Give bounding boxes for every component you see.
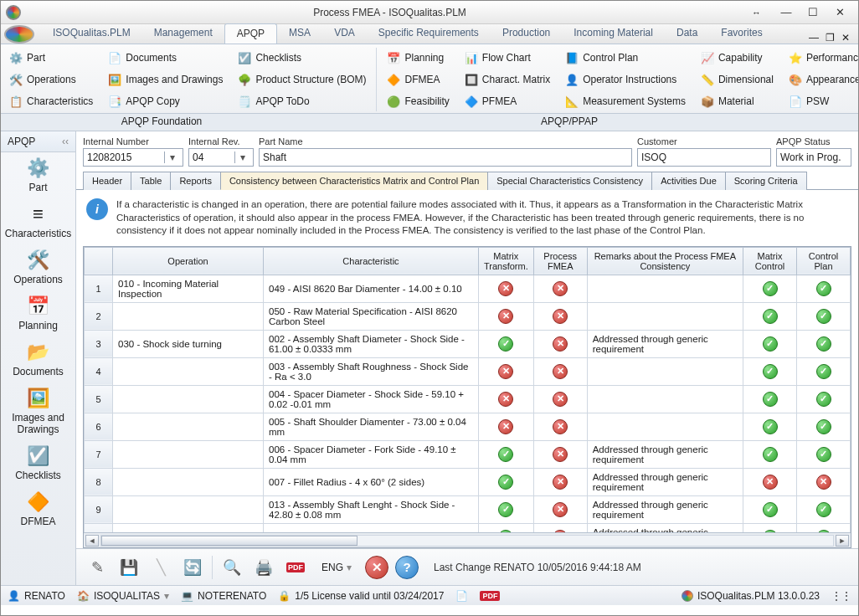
sidebar-item-operations[interactable]: 🛠️Operations: [1, 244, 75, 290]
ribbon-appearance[interactable]: 🎨Appearance: [785, 69, 859, 90]
table-row[interactable]: 3030 - Shock side turning002 - Assembly …: [85, 330, 851, 357]
part-name-input[interactable]: Shaft: [259, 148, 632, 167]
close-action-button[interactable]: ✕: [365, 556, 388, 579]
ribbon-flow-chart[interactable]: 📊Flow Chart: [461, 48, 553, 68]
maximize-button[interactable]: ☐: [800, 4, 826, 21]
table-row[interactable]: 8007 - Fillet Radius - 4 x 60° (2 sides)…: [85, 468, 851, 495]
menu-tab-management[interactable]: Management: [142, 23, 224, 44]
doc-icon[interactable]: 📄: [455, 590, 468, 602]
scroll-track[interactable]: [100, 535, 834, 547]
scroll-left-button[interactable]: ◄: [85, 535, 99, 547]
sidebar-item-dfmea[interactable]: 🔶DFMEA: [1, 486, 75, 532]
menu-tab-vda[interactable]: VDA: [322, 23, 367, 44]
menu-tab-production[interactable]: Production: [491, 23, 562, 44]
horizontal-scrollbar[interactable]: ◄ ►: [84, 532, 851, 547]
col-header[interactable]: [85, 247, 113, 275]
ribbon-psw[interactable]: 📄PSW: [785, 91, 859, 111]
dropdown-arrow-icon[interactable]: ▾: [164, 151, 179, 163]
preview-button[interactable]: 🔍: [219, 555, 244, 580]
dropdown-arrow-icon[interactable]: ▾: [164, 590, 169, 602]
table-row[interactable]: 1010 - Incoming Material Inspection049 -…: [85, 275, 851, 302]
mdi-restore-icon[interactable]: ❐: [826, 32, 835, 44]
customer-input[interactable]: ISOQ: [637, 148, 771, 167]
ribbon-charact-matrix[interactable]: 🔲Charact. Matrix: [461, 69, 553, 90]
refresh-button[interactable]: 🔄: [180, 555, 205, 580]
subtab-header[interactable]: Header: [83, 172, 131, 190]
col-header[interactable]: Characteristic: [264, 247, 479, 275]
ribbon-apqp-todo[interactable]: 🗒️APQP ToDo: [234, 91, 369, 111]
subtab-scoring-criteria[interactable]: Scoring Criteria: [725, 172, 807, 190]
ribbon-characteristics[interactable]: 📋Characteristics: [6, 91, 96, 111]
ribbon-pfmea[interactable]: 🔷PFMEA: [461, 91, 553, 111]
dropdown-arrow-icon[interactable]: ▾: [234, 151, 249, 163]
close-button[interactable]: ✕: [826, 4, 853, 21]
minimize-button[interactable]: —: [773, 4, 800, 21]
ribbon-dimensional[interactable]: 📏Dimensional: [697, 69, 777, 90]
sidebar-item-checklists[interactable]: ☑️Checklists: [1, 440, 75, 486]
menu-tab-specific-requirements[interactable]: Specific Requirements: [367, 23, 491, 44]
ribbon-performance[interactable]: ⭐Performance: [785, 48, 859, 68]
sidebar-item-item[interactable]: [1, 532, 75, 567]
mdi-close-icon[interactable]: ✕: [841, 32, 850, 44]
print-button[interactable]: 🖨️: [251, 555, 276, 580]
col-header[interactable]: Matrix Transform.: [478, 247, 533, 275]
table-row[interactable]: 6005 - Shaft Shoulder Diamenter - 73.00 …: [85, 413, 851, 440]
ribbon-documents[interactable]: 📄Documents: [105, 48, 226, 68]
internal-rev-combo[interactable]: 04 ▾: [188, 148, 254, 167]
brush-button[interactable]: ╲: [148, 555, 173, 580]
sidebar-item-part[interactable]: ⚙️Part: [1, 152, 75, 198]
menu-tab-favorites[interactable]: Favorites: [709, 23, 774, 44]
sidebar-header[interactable]: APQP ‹‹: [1, 131, 75, 152]
scroll-right-button[interactable]: ►: [836, 535, 849, 547]
help-button[interactable]: ?: [395, 556, 419, 579]
app-orb-icon[interactable]: [4, 25, 34, 44]
ribbon-dfmea[interactable]: 🔶DFMEA: [383, 69, 452, 90]
col-header[interactable]: Control Plan: [797, 247, 851, 275]
col-header[interactable]: Process FMEA: [533, 247, 587, 275]
sidebar-collapse-icon[interactable]: ‹‹: [62, 136, 69, 147]
col-header[interactable]: Matrix Control: [743, 247, 797, 275]
sidebar-item-characteristics[interactable]: ≡Characteristics: [1, 198, 75, 244]
internal-number-combo[interactable]: 12082015 ▾: [83, 148, 183, 167]
ribbon-apqp-copy[interactable]: 📑APQP Copy: [105, 91, 226, 111]
ribbon-images-and-drawings[interactable]: 🖼️Images and Drawings: [105, 69, 226, 90]
ribbon-control-plan[interactable]: 📘Control Plan: [562, 48, 689, 68]
language-selector[interactable]: ENG▾: [315, 559, 358, 576]
subtab-consistency-between-characteristics-matrix-and-control-plan[interactable]: Consistency between Characteristics Matr…: [220, 172, 488, 190]
menu-tab-isoqualitas-plm[interactable]: ISOQualitas.PLM: [41, 23, 142, 44]
table-row[interactable]: 7006 - Spacer Diameter - Fork Side - 49.…: [85, 440, 851, 468]
sidebar-item-images-and-drawings[interactable]: 🖼️Images and Drawings: [1, 382, 75, 440]
save-button[interactable]: 💾: [116, 555, 141, 580]
subtab-activities-due[interactable]: Activities Due: [651, 172, 726, 190]
ribbon-material[interactable]: 📦Material: [697, 91, 777, 111]
table-row[interactable]: 10017 - Shaft Total Lenght - 139.10 ± 0.…: [85, 523, 851, 532]
subtab-table[interactable]: Table: [131, 172, 171, 190]
scroll-thumb[interactable]: [101, 536, 357, 546]
pdf-button[interactable]: PDF: [283, 555, 308, 580]
ribbon-operator-instructions[interactable]: 👤Operator Instructions: [562, 69, 689, 90]
table-row[interactable]: 4003 - Assembly Shaft Roughness - Shock …: [85, 357, 851, 385]
ribbon-checklists[interactable]: ☑️Checklists: [234, 48, 369, 68]
ribbon-capability[interactable]: 📈Capability: [697, 48, 777, 68]
table-row[interactable]: 2050 - Raw Material Specification - AISI…: [85, 302, 851, 330]
col-header[interactable]: Remarks about the Process FMEA Consisten…: [587, 247, 743, 275]
ribbon-planning[interactable]: 📅Planning: [383, 48, 452, 68]
menu-tab-incoming-material[interactable]: Incoming Material: [562, 23, 665, 44]
subtab-reports[interactable]: Reports: [170, 172, 221, 190]
ribbon-product-structure-bom-[interactable]: 🌳Product Structure (BOM): [234, 69, 369, 90]
table-row[interactable]: 5004 - Spacer Diameter - Shock Side - 59…: [85, 385, 851, 413]
ribbon-feasibility[interactable]: 🟢Feasibility: [383, 91, 452, 111]
menu-tab-msa[interactable]: MSA: [277, 23, 322, 44]
menu-tab-apqp[interactable]: APQP: [224, 23, 277, 44]
ribbon-measurement-systems[interactable]: 📐Measurement Systems: [562, 91, 689, 111]
mdi-minimize-icon[interactable]: —: [809, 32, 819, 44]
table-row[interactable]: 9013 - Assembly Shaft Lenght - Shock Sid…: [85, 495, 851, 523]
pdf-status-icon[interactable]: PDF: [480, 591, 500, 601]
sidebar-item-planning[interactable]: 📅Planning: [1, 290, 75, 336]
sidebar-item-documents[interactable]: 📂Documents: [1, 336, 75, 382]
ribbon-part[interactable]: ⚙️Part: [6, 48, 96, 68]
edit-button[interactable]: ✎: [85, 555, 110, 580]
subtab-special-characteristics-consistency[interactable]: Special Characteristics Consistency: [487, 172, 652, 190]
status-extra-icon[interactable]: ⋮⋮: [831, 590, 851, 602]
ribbon-operations[interactable]: 🛠️Operations: [6, 69, 96, 90]
